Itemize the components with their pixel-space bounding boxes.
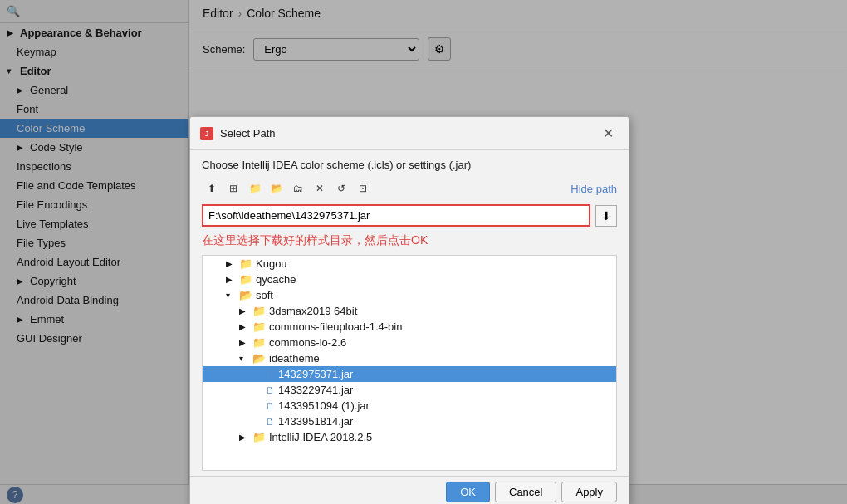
modal-overlay: J Select Path ✕ Choose Intellij IDEA col… [0, 0, 847, 504]
tree-item-label: soft [256, 289, 273, 301]
chevron-icon: ▶ [239, 433, 249, 442]
folder-icon: 📁 [252, 336, 266, 349]
folder-icon: 📁 [239, 257, 252, 270]
tree-item-label: IntelliJ IDEA 2018.2.5 [269, 431, 372, 443]
tree-item-label: commons-io-2.6 [269, 336, 346, 349]
jar-file-icon: 🗋 [266, 417, 275, 427]
toolbar-folder2-button[interactable]: 📂 [267, 179, 286, 198]
folder-icon: 📁 [252, 305, 266, 317]
chevron-icon: ▾ [239, 354, 249, 363]
tree-item-kugou[interactable]: ▶ 📁 Kugou [203, 256, 616, 272]
folder-icon: 📁 [252, 431, 266, 443]
tree-item-qycache[interactable]: ▶ 📁 qycache [203, 272, 616, 287]
chevron-icon: ▶ [226, 259, 236, 268]
tree-item-label: 1433229741.jar [278, 384, 353, 396]
jar-file-icon: 🗋 [266, 369, 275, 379]
apply-button[interactable]: Apply [561, 482, 617, 502]
toolbar-collapse-button[interactable]: ⊡ [353, 179, 373, 198]
modal-close-button[interactable]: ✕ [598, 124, 619, 143]
ok-button[interactable]: OK [446, 482, 490, 502]
tree-item-file4[interactable]: 🗋 1433951814.jar [203, 413, 616, 429]
tree-item-label: 3dsmax2019 64bit [269, 305, 357, 317]
toolbar-up-button[interactable]: ⬆ [202, 179, 222, 198]
tree-item-label: 1433951094 (1).jar [278, 399, 370, 412]
folder-icon: 📂 [252, 352, 266, 365]
tree-item-label: qycache [256, 273, 296, 286]
tree-item-label: 1432975371.jar [278, 368, 353, 380]
folder-icon: 📁 [252, 321, 266, 333]
tree-item-intellij[interactable]: ▶ 📁 IntelliJ IDEA 2018.2.5 [203, 429, 616, 445]
jar-file-icon: 🗋 [266, 385, 275, 395]
tree-item-label: Kugou [256, 257, 287, 270]
file-tree[interactable]: ▶ 📁 Kugou ▶ 📁 qycache ▾ 📂 soft ▶ [202, 255, 617, 471]
chevron-icon: ▾ [226, 291, 236, 300]
folder-icon: 📂 [239, 289, 252, 301]
tree-item-commons-io[interactable]: ▶ 📁 commons-io-2.6 [203, 335, 616, 350]
toolbar-grid-button[interactable]: ⊞ [223, 179, 243, 198]
tree-item-label: ideatheme [269, 352, 320, 365]
modal-title-bar: J Select Path ✕ [190, 117, 629, 150]
path-download-button[interactable]: ⬇ [595, 205, 617, 227]
jar-file-icon: 🗋 [266, 401, 275, 411]
tree-item-commons-fileupload[interactable]: ▶ 📁 commons-fileupload-1.4-bin [203, 319, 616, 335]
modal-title: Select Path [220, 127, 591, 139]
annotation-banner: 在这里选择下载好的样式目录，然后点击OK [190, 230, 629, 255]
tree-item-ideatheme[interactable]: ▾ 📂 ideatheme [203, 350, 616, 366]
toolbar-delete-button[interactable]: ✕ [310, 179, 330, 198]
modal-toolbar: ⬆ ⊞ 📁 📂 🗂 ✕ ↺ ⊡ Hide path [190, 176, 629, 201]
tree-item-file1[interactable]: 🗋 1432975371.jar [203, 366, 616, 382]
modal-description: Choose Intellij IDEA color scheme (.icls… [190, 150, 629, 176]
select-path-dialog: J Select Path ✕ Choose Intellij IDEA col… [189, 116, 629, 504]
tree-item-label: 1433951814.jar [278, 415, 353, 428]
tree-item-3dsmax[interactable]: ▶ 📁 3dsmax2019 64bit [203, 303, 616, 319]
tree-item-file2[interactable]: 🗋 1433229741.jar [203, 382, 616, 398]
toolbar-folder1-button[interactable]: 📁 [245, 179, 265, 198]
chevron-icon: ▶ [239, 322, 249, 331]
chevron-icon: ▶ [239, 338, 249, 347]
toolbar-refresh-button[interactable]: ↺ [331, 179, 351, 198]
folder-icon: 📁 [239, 273, 252, 286]
cancel-button[interactable]: Cancel [495, 482, 556, 502]
path-input[interactable] [202, 204, 590, 227]
modal-app-icon: J [200, 127, 213, 140]
path-input-row: ⬇ [190, 201, 629, 230]
chevron-icon: ▶ [226, 275, 236, 284]
tree-item-file3[interactable]: 🗋 1433951094 (1).jar [203, 398, 616, 413]
tree-item-label: commons-fileupload-1.4-bin [269, 321, 402, 333]
toolbar-folder3-button[interactable]: 🗂 [288, 179, 308, 198]
tree-item-soft[interactable]: ▾ 📂 soft [203, 287, 616, 303]
hide-path-link[interactable]: Hide path [570, 183, 617, 195]
modal-footer: OK Cancel Apply [190, 476, 629, 504]
chevron-icon: ▶ [239, 306, 249, 316]
